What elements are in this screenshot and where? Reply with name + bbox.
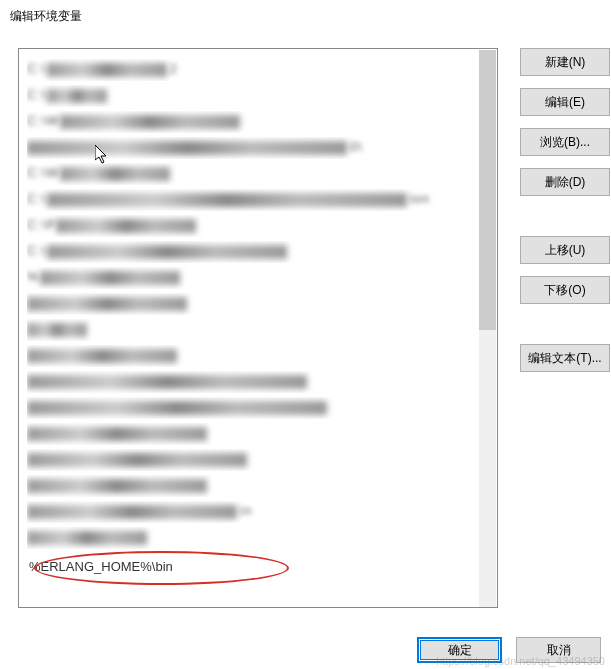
- list-item[interactable]: %: [27, 267, 489, 289]
- list-item[interactable]: [27, 345, 489, 367]
- move-up-button[interactable]: 上移(U): [520, 236, 610, 264]
- list-item[interactable]: C:\W: [27, 111, 489, 133]
- browse-button[interactable]: 浏览(B)...: [520, 128, 610, 156]
- list-item[interactable]: [27, 527, 489, 549]
- list-item-erlang-home[interactable]: %ERLANG_HOME%\bin: [27, 555, 489, 578]
- dialog-title: 编辑环境变量: [0, 0, 611, 33]
- list-item[interactable]: [27, 449, 489, 471]
- list-item[interactable]: [27, 397, 489, 419]
- list-item[interactable]: [27, 319, 489, 341]
- list-item[interactable]: [27, 293, 489, 315]
- side-buttons: 新建(N) 编辑(E) 浏览(B)... 删除(D) 上移(U) 下移(O) 编…: [520, 48, 610, 372]
- ok-button[interactable]: 确定: [420, 640, 499, 660]
- path-list-box[interactable]: C:\2C:\C:\W0\C:\WC:\ionC:\PC:\%in%ERLANG…: [18, 48, 498, 608]
- bottom-buttons: 确定 取消: [417, 637, 601, 663]
- list-item[interactable]: [27, 475, 489, 497]
- list-item[interactable]: C:\W: [27, 163, 489, 185]
- list-item[interactable]: C:\: [27, 241, 489, 263]
- list-item[interactable]: C:\ion: [27, 189, 489, 211]
- path-list-inner: C:\2C:\C:\W0\C:\WC:\ionC:\PC:\%in%ERLANG…: [19, 49, 497, 607]
- delete-button[interactable]: 删除(D): [520, 168, 610, 196]
- scrollbar-thumb[interactable]: [479, 50, 496, 330]
- list-item[interactable]: in: [27, 501, 489, 523]
- new-button[interactable]: 新建(N): [520, 48, 610, 76]
- cancel-button[interactable]: 取消: [516, 637, 601, 663]
- edit-text-button[interactable]: 编辑文本(T)...: [520, 344, 610, 372]
- list-item[interactable]: 0\: [27, 137, 489, 159]
- edit-button[interactable]: 编辑(E): [520, 88, 610, 116]
- list-item[interactable]: C:\2: [27, 59, 489, 81]
- list-item[interactable]: C:\: [27, 85, 489, 107]
- move-down-button[interactable]: 下移(O): [520, 276, 610, 304]
- list-item[interactable]: [27, 423, 489, 445]
- list-item[interactable]: [27, 371, 489, 393]
- scrollbar-vertical[interactable]: [479, 50, 496, 608]
- list-item[interactable]: C:\P: [27, 215, 489, 237]
- ok-button-focus-ring: 确定: [417, 637, 502, 663]
- env-var-edit-dialog: 编辑环境变量 C:\2C:\C:\W0\C:\WC:\ionC:\PC:\%in…: [0, 0, 611, 669]
